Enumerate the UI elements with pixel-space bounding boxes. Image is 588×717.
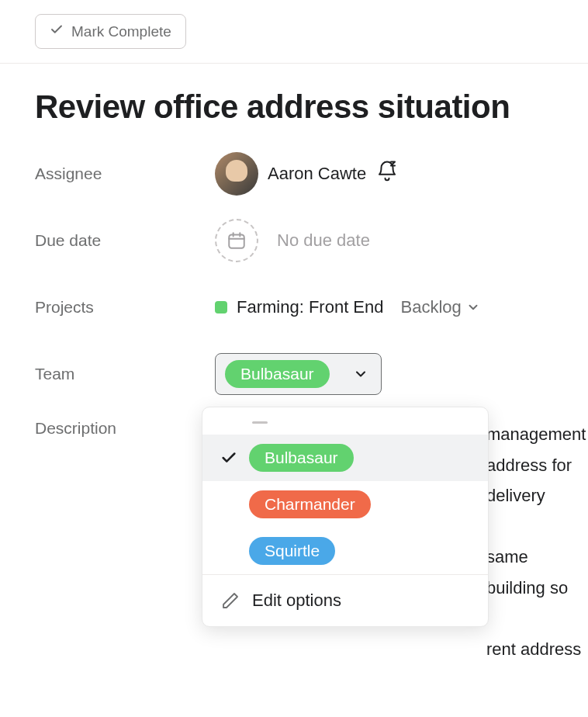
assignee-value[interactable]: Aaron Cawte xyxy=(215,152,399,196)
calendar-icon xyxy=(215,219,258,262)
mark-complete-button[interactable]: Mark Complete xyxy=(35,14,186,49)
due-date-text: No due date xyxy=(277,230,370,251)
dropdown-option-label: Squirtle xyxy=(249,537,335,565)
dropdown-option-bulbasaur[interactable]: Bulbasaur xyxy=(202,435,488,481)
project-color-dot xyxy=(215,301,227,313)
svg-rect-0 xyxy=(229,234,244,248)
description-label: Description xyxy=(35,419,215,438)
mark-complete-label: Mark Complete xyxy=(71,23,171,40)
project-section-label: Backlog xyxy=(401,297,462,317)
check-icon xyxy=(50,23,64,40)
dropdown-option-label: Bulbasaur xyxy=(249,444,354,472)
team-selected-pill: Bulbasaur xyxy=(225,360,330,388)
team-label: Team xyxy=(35,365,215,383)
dropdown-option-charmander[interactable]: Charmander xyxy=(202,481,488,528)
task-title[interactable]: Review office address situation xyxy=(35,88,588,126)
chevron-down-icon xyxy=(466,300,480,314)
dash-icon xyxy=(252,421,268,424)
dropdown-option-label: Charmander xyxy=(249,490,371,518)
assignee-name: Aaron Cawte xyxy=(268,164,366,184)
edit-options-button[interactable]: Edit options xyxy=(202,575,488,626)
due-date-value[interactable]: No due date xyxy=(215,219,370,262)
check-icon xyxy=(218,449,240,466)
avatar xyxy=(215,152,258,196)
projects-label: Projects xyxy=(35,298,215,317)
team-dropdown: Bulbasaur Charmander Squirtle Edit optio… xyxy=(202,407,489,627)
dropdown-option-squirtle[interactable]: Squirtle xyxy=(202,528,488,574)
chevron-down-icon xyxy=(353,366,368,382)
edit-options-label: Edit options xyxy=(252,591,341,611)
dropdown-option-none[interactable] xyxy=(202,407,488,435)
project-section-dropdown[interactable]: Backlog xyxy=(401,297,480,317)
assignee-label: Assignee xyxy=(35,165,215,183)
snooze-icon xyxy=(375,160,399,188)
pencil-icon xyxy=(221,591,240,610)
project-name[interactable]: Farming: Front End xyxy=(237,297,384,317)
team-select[interactable]: Bulbasaur xyxy=(215,353,382,395)
due-date-label: Due date xyxy=(35,231,215,250)
